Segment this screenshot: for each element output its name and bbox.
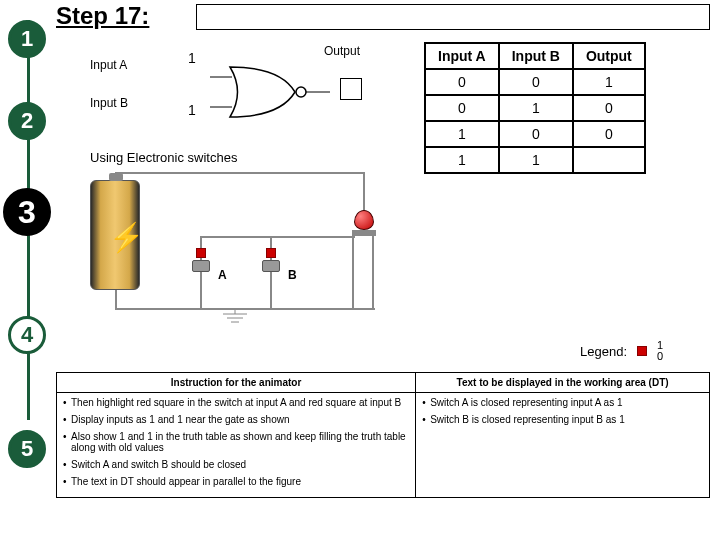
switch-b: [262, 260, 280, 272]
cell: 1: [425, 147, 499, 173]
truth-table: Input A Input B Output 001 010 100 11: [424, 42, 646, 174]
switch-b-indicator: [266, 248, 276, 258]
cell: 1: [573, 69, 645, 95]
instr-right-header: Text to be displayed in the working area…: [416, 373, 710, 393]
instr-item: Also show 1 and 1 in the truth table as …: [63, 431, 409, 453]
cell: 0: [499, 69, 573, 95]
wire: [115, 172, 365, 174]
legend: Legend: 1 0: [580, 340, 663, 362]
logic-gate-diagram: Input A Input B 1 1 Output: [90, 44, 390, 154]
input-b-label: Input B: [90, 96, 128, 110]
input-a-value: 1: [188, 50, 196, 66]
svg-point-2: [296, 87, 306, 97]
title-box: [196, 4, 710, 30]
dt-item: Switch A is closed representing input A …: [422, 397, 703, 408]
step-4: 4: [8, 316, 46, 354]
wire: [372, 236, 374, 310]
cell: 0: [425, 95, 499, 121]
cell: 1: [499, 95, 573, 121]
wire: [363, 172, 365, 212]
wire: [352, 236, 354, 310]
instr-item: Switch A and switch B should be closed: [63, 459, 409, 470]
instr-left-header: Instruction for the animator: [57, 373, 416, 393]
step-5: 5: [8, 430, 46, 468]
legend-square-icon: [637, 346, 647, 356]
th-out: Output: [573, 43, 645, 69]
step-1: 1: [8, 20, 46, 58]
step-2: 2: [8, 102, 46, 140]
cell: 1: [425, 121, 499, 147]
cell: [573, 147, 645, 173]
cell: 1: [499, 147, 573, 173]
instr-right-cell: Switch A is closed representing input A …: [416, 393, 710, 498]
cell: 0: [573, 121, 645, 147]
led-icon: [354, 210, 374, 230]
circuit-diagram: ⚡ A B: [90, 170, 400, 330]
legend-label: Legend:: [580, 344, 627, 359]
ground-icon: [220, 308, 250, 326]
switch-a-indicator: [196, 248, 206, 258]
bolt-icon: ⚡: [109, 221, 144, 254]
legend-zero: 0: [657, 351, 663, 362]
instruction-table: Instruction for the animator Text to be …: [56, 372, 710, 498]
wire: [115, 290, 117, 310]
wire: [200, 236, 355, 238]
switch-a-label: A: [218, 268, 227, 282]
instr-item: Then highlight red square in the switch …: [63, 397, 409, 408]
th-a: Input A: [425, 43, 499, 69]
output-box: [340, 78, 362, 100]
circuit-subtitle: Using Electronic switches: [90, 150, 237, 165]
legend-values: 1 0: [657, 340, 663, 362]
switch-b-label: B: [288, 268, 297, 282]
step-3-current: 3: [3, 188, 51, 236]
switch-a: [192, 260, 210, 272]
instr-item: The text in DT should appear in parallel…: [63, 476, 409, 487]
battery-icon: ⚡: [90, 180, 140, 290]
instr-left-cell: Then highlight red square in the switch …: [57, 393, 416, 498]
cell: 0: [425, 69, 499, 95]
dt-item: Switch B is closed representing input B …: [422, 414, 703, 425]
cell: 0: [573, 95, 645, 121]
cell: 0: [499, 121, 573, 147]
input-a-label: Input A: [90, 58, 127, 72]
th-b: Input B: [499, 43, 573, 69]
page-title: Step 17:: [56, 2, 149, 30]
output-label: Output: [324, 44, 360, 58]
input-b-value: 1: [188, 102, 196, 118]
instr-item: Display inputs as 1 and 1 near the gate …: [63, 414, 409, 425]
nor-gate-icon: [210, 62, 330, 122]
